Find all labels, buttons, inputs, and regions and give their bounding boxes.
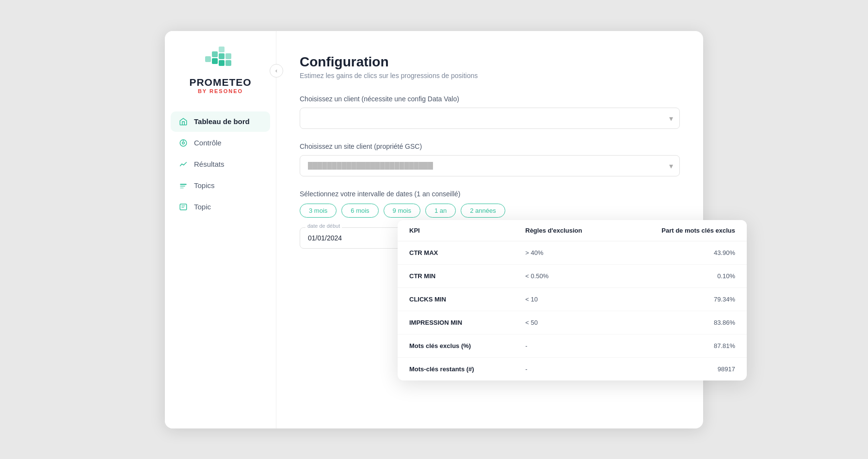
site-select-wrapper: ██████████████████████████ ▾ <box>300 155 680 176</box>
date-debut-label: date de début <box>305 223 342 229</box>
table-cell-regle-5: - <box>514 357 619 380</box>
topic-icon <box>178 202 188 212</box>
table-body: CTR MAX> 40%43.90%CTR MIN< 0.50%0.10%CLI… <box>398 241 747 380</box>
client-select-wrapper: ▾ <box>300 108 680 129</box>
client-section: Choisissez un client (nécessite une conf… <box>300 95 680 129</box>
prometeo-logo-icon <box>205 47 236 73</box>
table-row-5: Mots-clés restants (#)-98917 <box>398 357 747 380</box>
table-col-1: Règles d'exclusion <box>514 220 619 241</box>
svg-rect-0 <box>205 56 211 62</box>
sidebar-item-resultats[interactable]: Résultats <box>171 154 270 174</box>
table-cell-regle-2: < 10 <box>514 287 619 311</box>
kpi-table-overlay: KPIRègles d'exclusionPart de mots clés e… <box>398 220 747 380</box>
sidebar-item-topic[interactable]: Topic <box>171 197 270 217</box>
svg-rect-6 <box>225 53 231 59</box>
svg-rect-1 <box>212 51 218 57</box>
interval-chip-2-années[interactable]: 2 années <box>461 204 505 218</box>
interval-chip-6-mois[interactable]: 6 mois <box>341 204 378 218</box>
table-row-4: Mots clés exclus (%)-87.81% <box>398 334 747 357</box>
sidebar-item-label-tableau-de-bord: Tableau de bord <box>194 117 250 126</box>
svg-point-9 <box>182 142 185 144</box>
chevron-left-icon: ‹ <box>275 67 277 74</box>
client-label: Choisissez un client (nécessite une conf… <box>300 95 680 103</box>
sidebar-item-controle[interactable]: Contrôle <box>171 133 270 153</box>
sidebar-item-topics[interactable]: Topics <box>171 175 270 196</box>
sidebar-item-tableau-de-bord[interactable]: Tableau de bord <box>171 111 270 132</box>
table-cell-part-0: 43.90% <box>619 241 747 264</box>
page-title: Configuration <box>300 54 680 70</box>
table-cell-part-2: 79.34% <box>619 287 747 311</box>
sidebar-collapse-button[interactable]: ‹ <box>270 64 283 78</box>
table-cell-kpi-0: CTR MAX <box>398 241 514 264</box>
logo-text: PROMETEO <box>189 77 251 88</box>
sidebar-item-label-topic: Topic <box>194 203 211 211</box>
table-cell-kpi-4: Mots clés exclus (%) <box>398 334 514 357</box>
topics-icon <box>178 181 188 190</box>
svg-rect-3 <box>219 47 225 52</box>
table-cell-kpi-5: Mots-clés restants (#) <box>398 357 514 380</box>
table-cell-regle-0: > 40% <box>514 241 619 264</box>
svg-rect-11 <box>180 184 187 185</box>
logo-sub: by RESONEO <box>198 88 243 94</box>
page-header: Configuration Estimez les gains de clics… <box>300 54 680 79</box>
table-row-0: CTR MAX> 40%43.90% <box>398 241 747 264</box>
sidebar-item-label-controle: Contrôle <box>194 139 222 147</box>
svg-rect-12 <box>180 186 185 187</box>
table-cell-regle-1: < 0.50% <box>514 264 619 287</box>
site-label: Choisissez un site client (propriété GSC… <box>300 142 680 150</box>
resultats-icon <box>178 159 188 169</box>
table-cell-kpi-3: IMPRESSION MIN <box>398 311 514 334</box>
interval-chip-9-mois[interactable]: 9 mois <box>384 204 420 218</box>
sidebar-logo: PROMETEO by RESONEO <box>189 47 251 94</box>
client-select[interactable] <box>300 108 680 129</box>
sidebar-nav: Tableau de bordContrôleRésultatsTopicsTo… <box>165 111 276 217</box>
kpi-table: KPIRègles d'exclusionPart de mots clés e… <box>398 220 747 380</box>
table-cell-part-5: 98917 <box>619 357 747 380</box>
table-row-2: CLICKS MIN< 1079.34% <box>398 287 747 311</box>
page-subtitle: Estimez les gains de clics sur les progr… <box>300 72 680 79</box>
sidebar: PROMETEO by RESONEO Tableau de bordContr… <box>165 31 276 428</box>
main-content: Configuration Estimez les gains de clics… <box>276 31 703 428</box>
controle-icon <box>178 138 188 148</box>
site-select[interactable]: ██████████████████████████ <box>300 155 680 176</box>
table-cell-part-3: 83.86% <box>619 311 747 334</box>
interval-chip-3-mois[interactable]: 3 mois <box>300 204 337 218</box>
table-col-0: KPI <box>398 220 514 241</box>
svg-rect-7 <box>225 60 231 66</box>
interval-chip-1-an[interactable]: 1 an <box>425 204 456 218</box>
sidebar-item-label-resultats: Résultats <box>194 160 225 168</box>
table-cell-kpi-2: CLICKS MIN <box>398 287 514 311</box>
svg-rect-5 <box>219 60 225 66</box>
interval-chips: 3 mois6 mois9 mois1 an2 années <box>300 204 680 218</box>
site-section: Choisissez un site client (propriété GSC… <box>300 142 680 176</box>
table-header-row: KPIRègles d'exclusionPart de mots clés e… <box>398 220 747 241</box>
svg-rect-4 <box>219 53 225 59</box>
table-cell-part-4: 87.81% <box>619 334 747 357</box>
svg-rect-13 <box>180 187 184 188</box>
sidebar-item-label-topics: Topics <box>194 181 215 190</box>
tableau-de-bord-icon <box>178 117 188 127</box>
table-cell-regle-4: - <box>514 334 619 357</box>
table-cell-kpi-1: CTR MIN <box>398 264 514 287</box>
table-cell-part-1: 0.10% <box>619 264 747 287</box>
table-row-3: IMPRESSION MIN< 5083.86% <box>398 311 747 334</box>
svg-rect-14 <box>180 204 187 210</box>
table-cell-regle-3: < 50 <box>514 311 619 334</box>
svg-rect-2 <box>212 58 218 64</box>
table-row-1: CTR MIN< 0.50%0.10% <box>398 264 747 287</box>
interval-label: Sélectionnez votre intervalle de dates (… <box>300 190 680 198</box>
table-col-2: Part de mots clés exclus <box>619 220 747 241</box>
